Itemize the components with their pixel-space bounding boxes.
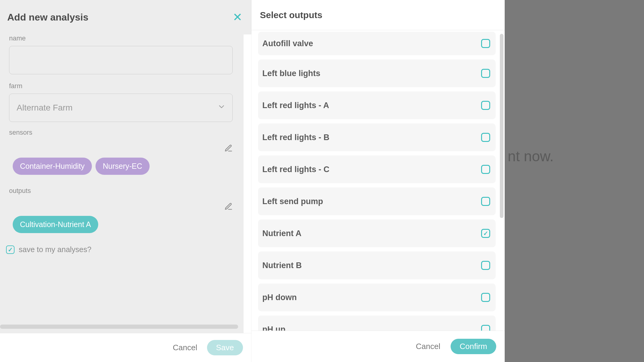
output-option-checkbox[interactable]: [481, 101, 490, 110]
output-option-label: Left red lights - A: [262, 101, 329, 110]
output-option-label: Left red lights - C: [262, 165, 329, 174]
output-option-checkbox[interactable]: [481, 229, 490, 238]
output-option-checkbox[interactable]: [481, 293, 490, 302]
select-outputs-panel: Select outputs Autofill valveLeft blue l…: [251, 0, 505, 362]
output-option-row[interactable]: Left red lights - C: [258, 155, 496, 183]
output-option-label: pH down: [262, 293, 297, 302]
add-analysis-panel: Add new analysis ✕ name farm Alternate F…: [0, 0, 251, 362]
cancel-button[interactable]: Cancel: [416, 342, 440, 351]
output-option-checkbox[interactable]: [481, 197, 490, 206]
output-option-row[interactable]: pH down: [258, 284, 496, 311]
vertical-scrollbar[interactable]: [499, 30, 503, 331]
output-option-row[interactable]: Left red lights - A: [258, 91, 496, 119]
output-option-checkbox[interactable]: [481, 165, 490, 174]
confirm-button[interactable]: Confirm: [451, 339, 496, 354]
output-option-row[interactable]: Autofill valve: [258, 32, 496, 55]
output-option-label: Left send pump: [262, 197, 323, 206]
output-option-row[interactable]: Left send pump: [258, 187, 496, 215]
output-option-row[interactable]: Nutrient B: [258, 251, 496, 279]
select-outputs-title: Select outputs: [260, 10, 322, 20]
outputs-options-list: Autofill valveLeft blue lightsLeft red l…: [251, 30, 499, 331]
output-option-checkbox[interactable]: [481, 325, 490, 331]
select-outputs-footer: Cancel Confirm: [251, 331, 505, 362]
output-option-label: Left red lights - B: [262, 133, 329, 142]
background-peek-text: nt now.: [508, 148, 554, 165]
output-option-label: pH up: [262, 325, 285, 331]
output-option-label: Nutrient A: [262, 229, 302, 238]
output-option-checkbox[interactable]: [481, 39, 490, 48]
output-option-row[interactable]: Left blue lights: [258, 59, 496, 87]
output-option-checkbox[interactable]: [481, 69, 490, 78]
output-option-label: Nutrient B: [262, 261, 302, 270]
output-option-label: Autofill valve: [262, 39, 313, 48]
left-panel-dim-overlay: [0, 0, 251, 362]
output-option-checkbox[interactable]: [481, 261, 490, 270]
output-option-row[interactable]: pH up: [258, 316, 496, 331]
output-option-row[interactable]: Left red lights - B: [258, 123, 496, 151]
output-option-row[interactable]: Nutrient A: [258, 219, 496, 247]
scrollbar-thumb[interactable]: [500, 34, 503, 218]
output-option-checkbox[interactable]: [481, 133, 490, 142]
output-option-label: Left blue lights: [262, 69, 320, 78]
